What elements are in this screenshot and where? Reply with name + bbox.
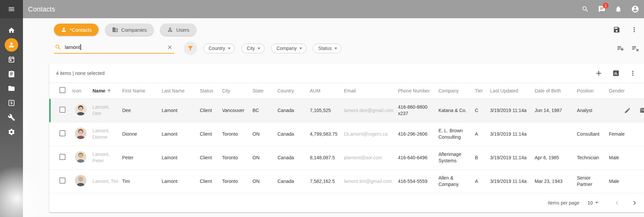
col-gender[interactable]: Gender: [609, 83, 644, 99]
cell-email: plamont@aol.com: [344, 146, 398, 169]
chip-label: City: [247, 46, 255, 51]
save-button[interactable]: [613, 26, 620, 33]
sidebar-item-documents[interactable]: [5, 82, 18, 95]
col-phone[interactable]: Phone Number: [398, 83, 438, 99]
filter-country-dropdown[interactable]: Country: [203, 44, 235, 53]
chart-view-button[interactable]: [612, 70, 620, 77]
select-all-checkbox[interactable]: [59, 87, 65, 93]
clear-search-button[interactable]: [167, 44, 173, 50]
add-contact-button[interactable]: [595, 69, 603, 77]
col-position[interactable]: Position: [577, 83, 609, 99]
tab-companies[interactable]: Companies: [105, 24, 154, 36]
messages-button[interactable]: 1: [598, 5, 606, 13]
tab-label: *Contacts: [70, 27, 92, 33]
col-status[interactable]: Status: [200, 83, 222, 99]
menu-button[interactable]: [0, 0, 23, 18]
sidebar: 5: [0, 0, 23, 217]
view-more-button[interactable]: [630, 26, 638, 33]
previous-page-button[interactable]: [613, 199, 621, 207]
col-last-name[interactable]: Last Name: [162, 83, 200, 99]
tab-users[interactable]: Users: [160, 24, 196, 36]
cell-name: Lamont, Dionne: [92, 122, 122, 146]
cell-position: Senior Partner: [577, 169, 609, 193]
search-button[interactable]: [582, 5, 589, 13]
cell-gender: Female: [609, 122, 644, 146]
items-per-page-label: Items per page: [548, 200, 579, 206]
row-checkbox[interactable]: [59, 130, 65, 136]
contact-row[interactable]: Lamont, Peter Peter Lamont Client Toront…: [49, 146, 644, 169]
filter-company-dropdown[interactable]: Company: [271, 44, 306, 53]
contact-row[interactable]: Lamont, Dee Dee Lamont Client Vancouver …: [49, 99, 644, 122]
close-icon: [167, 44, 173, 50]
row-checkbox[interactable]: [59, 178, 65, 184]
cell-name: Lamont, Dee: [92, 99, 122, 122]
card-actions: [595, 69, 637, 77]
col-tier[interactable]: Tier: [475, 83, 490, 99]
clear-filters-button[interactable]: [631, 44, 639, 52]
cell-aum: 7,582,162.5: [310, 169, 344, 193]
cell-last-name: Lamont: [162, 99, 200, 122]
row-checkbox[interactable]: [59, 154, 65, 160]
content: *Contacts Companies Users: [23, 18, 644, 217]
page-title: Contacts: [28, 5, 55, 13]
col-state[interactable]: State: [252, 83, 277, 99]
col-country[interactable]: Country: [277, 83, 310, 99]
col-dob[interactable]: Date of Birth: [535, 83, 577, 99]
contact-row[interactable]: Lamont, Tim Tim Lamont Client Toronto ON…: [49, 169, 644, 193]
col-icon[interactable]: Icon: [72, 83, 92, 99]
search-input[interactable]: lamont: [65, 44, 163, 50]
playlist-remove-icon: [631, 44, 639, 52]
sidebar-item-five[interactable]: 5: [5, 96, 18, 110]
contact-row[interactable]: Lamont, Dionne Dionne Lamont Client Toro…: [49, 122, 644, 146]
filter-bar: lamont Country City: [54, 41, 639, 55]
tabs-actions: [613, 26, 638, 33]
add-filter-button[interactable]: [616, 44, 624, 52]
cell-select: [49, 146, 72, 169]
filter-status-dropdown[interactable]: Status: [313, 44, 342, 53]
sidebar-item-home[interactable]: [5, 24, 18, 37]
sidebar-item-tasks[interactable]: [5, 67, 18, 81]
account-button[interactable]: [631, 5, 639, 13]
col-label: Name: [92, 88, 105, 93]
col-aum[interactable]: AUM: [310, 83, 344, 99]
sidebar-item-contacts[interactable]: [5, 38, 18, 52]
cell-select: [49, 99, 72, 122]
col-name-sorted[interactable]: Name: [92, 83, 122, 99]
save-icon: [613, 26, 620, 33]
cell-name: Lamont, Peter: [92, 146, 122, 169]
card-more-button[interactable]: [629, 70, 637, 77]
sidebar-item-settings[interactable]: [5, 125, 18, 139]
tab-contacts[interactable]: *Contacts: [54, 24, 99, 36]
avatar: [75, 151, 86, 163]
sidebar-item-calendar[interactable]: [5, 53, 18, 66]
row-checkbox[interactable]: [59, 107, 65, 113]
items-per-page-select[interactable]: 10: [587, 200, 598, 206]
cell-email: DLamont@rogers.ca: [344, 122, 398, 146]
contact-search-field[interactable]: lamont: [54, 43, 174, 54]
col-email[interactable]: Email: [344, 83, 398, 99]
bar-chart-icon: [612, 70, 620, 77]
email-contact-button[interactable]: [640, 107, 644, 114]
contacts-table: Icon Name First Name Last Name Status Ci…: [49, 83, 644, 193]
col-company[interactable]: Company: [438, 83, 475, 99]
cell-icon: [72, 169, 92, 193]
col-city[interactable]: City: [222, 83, 252, 99]
app-root: 5 Contacts 1: [0, 0, 644, 217]
filter-button[interactable]: [184, 42, 197, 55]
person-outline-icon: [167, 27, 173, 33]
cell-state: ON: [252, 169, 277, 193]
filter-chips: Country City Company Status: [203, 44, 342, 53]
notifications-button[interactable]: [615, 5, 622, 13]
sidebar-item-tools[interactable]: [5, 111, 18, 124]
cell-gender: Male: [609, 169, 644, 193]
next-page-button[interactable]: [630, 199, 639, 207]
kebab-icon: [629, 70, 637, 77]
edit-contact-button[interactable]: [624, 107, 631, 114]
cell-select: [49, 169, 72, 193]
tab-label: Companies: [121, 27, 147, 33]
filter-city-dropdown[interactable]: City: [241, 44, 265, 53]
col-first-name[interactable]: First Name: [122, 83, 162, 99]
building-icon: [112, 27, 118, 33]
cell-tier: B: [475, 146, 490, 169]
col-last-updated[interactable]: Last Updated: [490, 83, 535, 99]
